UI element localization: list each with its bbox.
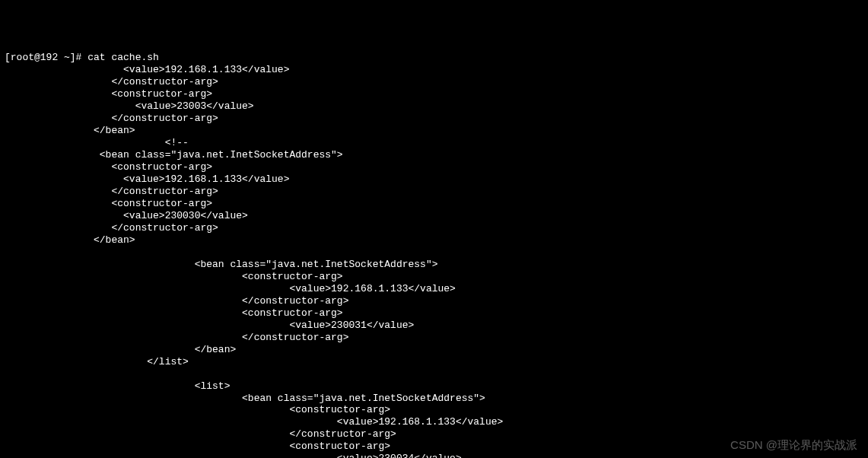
file-line: <value>23003</value>: [5, 100, 254, 112]
file-line: </constructor-arg>: [5, 186, 218, 197]
file-line: <bean class="java.net.InetSocketAddress"…: [5, 393, 485, 404]
file-line: <constructor-arg>: [5, 441, 390, 452]
file-line: <value>230030</value>: [5, 210, 248, 221]
terminal-output: [root@192 ~]# cat cache.sh <value>192.16…: [5, 52, 863, 458]
file-line: <value>192.168.1.133</value>: [5, 173, 289, 185]
file-line: <value>192.168.1.133</value>: [5, 416, 503, 428]
file-line: </constructor-arg>: [5, 76, 218, 87]
file-line: <constructor-arg>: [5, 88, 212, 100]
file-line: <constructor-arg>: [5, 307, 343, 319]
file-line: </bean>: [5, 234, 135, 246]
file-line: <list>: [5, 380, 230, 392]
file-line: </constructor-arg>: [5, 222, 218, 234]
shell-prompt[interactable]: [root@192 ~]# cat cache.sh: [5, 52, 159, 63]
file-line: </constructor-arg>: [5, 332, 348, 343]
file-line: <bean class="java.net.InetSocketAddress"…: [5, 259, 438, 270]
file-line: </constructor-arg>: [5, 295, 348, 307]
file-line: </bean>: [5, 344, 236, 355]
file-line: </bean>: [5, 125, 135, 136]
file-line: </constructor-arg>: [5, 113, 218, 124]
file-line: <constructor-arg>: [5, 198, 212, 209]
file-line: <!--: [5, 137, 189, 148]
file-line: <value>230034</value>: [5, 453, 462, 458]
watermark: CSDN @理论界的实战派: [730, 438, 857, 452]
file-line: <bean class="java.net.InetSocketAddress"…: [5, 149, 343, 161]
file-line: <value>230031</value>: [5, 320, 414, 331]
file-line: </constructor-arg>: [5, 428, 396, 440]
file-line: </list>: [5, 356, 189, 367]
file-line: <value>192.168.1.133</value>: [5, 64, 289, 75]
file-line: <constructor-arg>: [5, 161, 212, 173]
file-line: <constructor-arg>: [5, 271, 343, 282]
file-line: <value>192.168.1.133</value>: [5, 283, 456, 294]
file-line: <constructor-arg>: [5, 404, 390, 415]
